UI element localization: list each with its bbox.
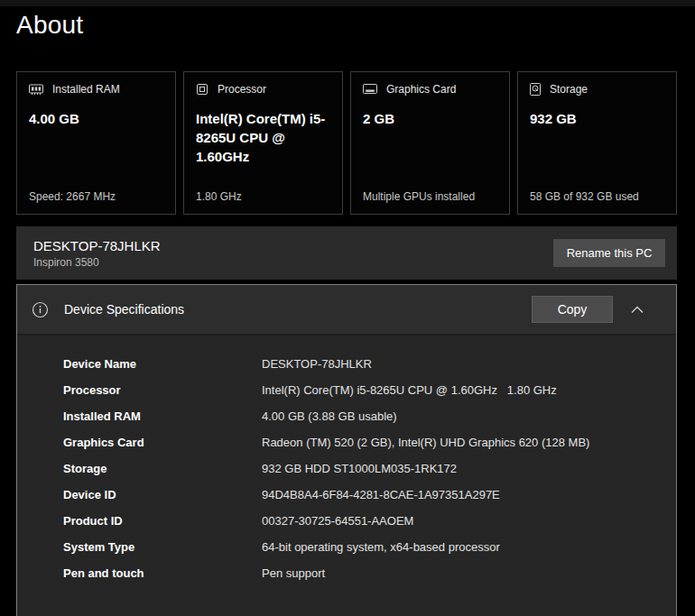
spec-value: Intel(R) Core(TM) i5-8265U CPU @ 1.60GHz… bbox=[262, 383, 557, 397]
page-title: About bbox=[16, 0, 677, 40]
spec-row: Installed RAM 4.00 GB (3.88 GB usable) bbox=[63, 403, 676, 429]
card-header: Storage bbox=[530, 83, 664, 96]
spec-value: 64-bit operating system, x64-based proce… bbox=[262, 540, 500, 554]
settings-about-page: About Installed RAM 4.00 GB Speed: 2667 … bbox=[0, 0, 695, 616]
spec-label: Pen and touch bbox=[63, 566, 262, 580]
spec-label: Graphics Card bbox=[63, 436, 262, 449]
spec-label: Processor bbox=[63, 383, 262, 397]
device-model: Inspiron 3580 bbox=[33, 256, 161, 269]
card-value: 932 GB bbox=[530, 109, 664, 128]
card-header: Installed RAM bbox=[29, 83, 163, 96]
graphics-icon bbox=[363, 84, 377, 95]
card-label: Storage bbox=[550, 83, 588, 96]
chevron-up-icon bbox=[631, 306, 644, 314]
spec-value: DESKTOP-78JHLKR bbox=[262, 357, 372, 371]
spec-row: Pen and touch Pen support bbox=[63, 560, 676, 586]
summary-card: Storage 932 GB 58 GB of 932 GB used bbox=[517, 71, 677, 215]
info-icon bbox=[32, 301, 49, 318]
spec-value: Pen support bbox=[262, 566, 325, 580]
card-label: Processor bbox=[218, 83, 266, 96]
spec-row: Processor Intel(R) Core(TM) i5-8265U CPU… bbox=[63, 377, 676, 403]
collapse-section-button[interactable] bbox=[613, 296, 662, 323]
spec-label: Installed RAM bbox=[63, 409, 262, 423]
card-footnote: 1.80 GHz bbox=[196, 190, 330, 203]
ram-icon bbox=[29, 84, 43, 96]
spec-row: Storage 932 GB HDD ST1000LM035-1RK172 bbox=[63, 455, 676, 482]
spec-label: Device ID bbox=[63, 488, 262, 501]
card-value: 2 GB bbox=[363, 109, 497, 128]
card-value: 4.00 GB bbox=[29, 109, 163, 128]
card-value: Intel(R) Core(TM) i5-8265U CPU @ 1.60GHz bbox=[196, 109, 330, 166]
spec-value: Radeon (TM) 520 (2 GB), Intel(R) UHD Gra… bbox=[262, 436, 589, 449]
summary-card: Installed RAM 4.00 GB Speed: 2667 MHz bbox=[16, 71, 176, 215]
card-label: Graphics Card bbox=[386, 83, 456, 96]
device-specifications-header: Device Specifications Copy bbox=[17, 285, 676, 336]
spec-label: Storage bbox=[63, 462, 262, 475]
storage-icon bbox=[530, 83, 541, 96]
spec-label: Device Name bbox=[63, 357, 262, 371]
spec-value: 932 GB HDD ST1000LM035-1RK172 bbox=[262, 462, 457, 475]
card-footnote: Multiple GPUs installed bbox=[363, 190, 497, 203]
copy-button[interactable]: Copy bbox=[532, 296, 613, 323]
summary-card: Graphics Card 2 GB Multiple GPUs install… bbox=[350, 71, 510, 215]
spec-label: Product ID bbox=[63, 514, 262, 528]
card-header: Processor bbox=[196, 83, 330, 96]
spec-row: System Type 64-bit operating system, x64… bbox=[63, 534, 676, 560]
rename-pc-button[interactable]: Rename this PC bbox=[553, 239, 665, 267]
card-footnote: 58 GB of 932 GB used bbox=[530, 190, 664, 203]
device-name-bar: DESKTOP-78JHLKR Inspiron 3580 Rename thi… bbox=[16, 226, 677, 280]
spec-row: Device Name DESKTOP-78JHLKR bbox=[63, 351, 676, 377]
spec-row: Device ID 94D4B8A4-6F84-4281-8CAE-1A9735… bbox=[63, 482, 676, 508]
processor-icon bbox=[196, 83, 208, 96]
device-name: DESKTOP-78JHLKR bbox=[33, 238, 161, 253]
card-label: Installed RAM bbox=[52, 83, 120, 96]
device-specifications-title: Device Specifications bbox=[64, 302, 184, 317]
spec-value: 94D4B8A4-6F84-4281-8CAE-1A97351A297E bbox=[262, 488, 500, 501]
device-specifications-table: Device Name DESKTOP-78JHLKR Processor In… bbox=[17, 336, 676, 586]
card-footnote: Speed: 2667 MHz bbox=[29, 190, 163, 203]
card-header: Graphics Card bbox=[363, 83, 497, 96]
spec-value: 00327-30725-64551-AAOEM bbox=[262, 514, 413, 528]
spec-row: Product ID 00327-30725-64551-AAOEM bbox=[63, 508, 676, 534]
spec-row: Graphics Card Radeon (TM) 520 (2 GB), In… bbox=[63, 429, 676, 455]
device-name-block: DESKTOP-78JHLKR Inspiron 3580 bbox=[33, 238, 161, 269]
spec-value: 4.00 GB (3.88 GB usable) bbox=[262, 409, 397, 423]
about-content: About Installed RAM 4.00 GB Speed: 2667 … bbox=[16, 0, 677, 616]
device-specifications-section: Device Specifications Copy Device Name D… bbox=[16, 284, 677, 616]
summary-cards: Installed RAM 4.00 GB Speed: 2667 MHz Pr… bbox=[16, 71, 677, 215]
spec-label: System Type bbox=[63, 540, 262, 554]
summary-card: Processor Intel(R) Core(TM) i5-8265U CPU… bbox=[183, 71, 343, 215]
